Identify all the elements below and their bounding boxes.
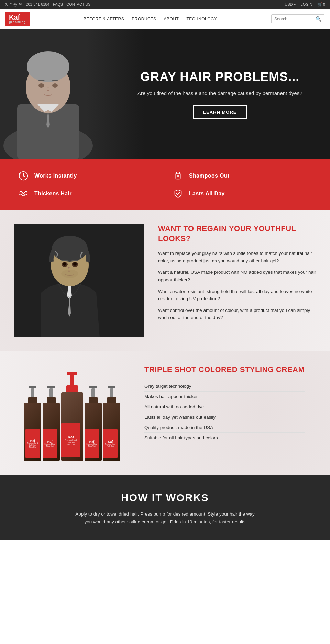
shampoo-icon (172, 170, 184, 182)
bottle-1: Kaf Premium BlendDark BlondTriple Shot (24, 386, 41, 461)
section-youthful-text: WANT TO REGAIN YOUR YOUTHFUL LOOKS? Want… (158, 224, 316, 326)
features-strip: Works Instantly Shampoos Out Thickens Ha… (0, 159, 330, 210)
nav-links: BEFORE & AFTERS PRODUCTS ABOUT TECHNOLOG… (84, 16, 217, 21)
svg-point-4 (27, 51, 69, 82)
bottle-4: Kaf Premium BlendTriple Shot (85, 386, 102, 461)
product-features-list: Gray target technology Makes hair appear… (144, 381, 305, 443)
feature-thickens-hair: Thickens Hair (17, 188, 158, 200)
feature-lasts-all-day: Lasts All Day (172, 188, 313, 200)
svg-point-25 (73, 262, 77, 266)
top-bar-right: USD ▾ LOGIN 🛒 0 (285, 2, 325, 7)
product-image: Kaf Premium BlendDark BlondTriple Shot K… (14, 365, 131, 461)
logo-sub: grooming (9, 21, 26, 24)
product-feature-5: Quality product, made in the USA (144, 422, 305, 433)
nav-before-afters[interactable]: BEFORE & AFTERS (84, 16, 124, 21)
hero-title: GRAY HAIR PROBLEMS... (138, 69, 302, 84)
hero-man-image (0, 29, 131, 159)
top-bar: 𝕏 f ◎ ✉ 201-341-8184 FAQS CONTACT US USD… (0, 0, 330, 9)
youthful-para-4: Want control over the amount of colour, … (158, 307, 316, 321)
nav-about[interactable]: ABOUT (164, 16, 179, 21)
bottle-1-label: Kaf Premium BlendDark BlondTriple Shot (25, 429, 40, 458)
bottle-5: Kaf Premium BlendTriple Shot (103, 386, 120, 461)
search-button[interactable]: 🔍 (316, 16, 321, 22)
svg-point-21 (52, 236, 88, 262)
search-input[interactable] (274, 16, 316, 21)
product-feature-6: Suitable for all hair types and colors (144, 433, 305, 443)
cart-link[interactable]: 🛒 0 (317, 2, 325, 7)
how-it-works-section: HOW IT WORKS Apply to dry or towel dried… (0, 475, 330, 540)
twitter-icon[interactable]: 𝕏 (5, 2, 8, 7)
bottle-2: Kaf Premium BlendTriple Shot (43, 386, 60, 461)
top-bar-left: 𝕏 f ◎ ✉ 201-341-8184 FAQS CONTACT US (5, 2, 91, 7)
shield-icon (172, 188, 184, 200)
wave-icon (17, 188, 30, 200)
logo-text: Kaf (9, 13, 20, 21)
hero-subtitle: Are you tired of the hassle and the dama… (138, 90, 302, 98)
youthful-para-2: Want a natural, USA made product with NO… (158, 269, 316, 283)
feature-shampoos-out: Shampoos Out (172, 170, 313, 182)
contact-link[interactable]: CONTACT US (66, 2, 91, 7)
product-feature-4: Lasts all day yet washes out easily (144, 412, 305, 422)
section-youthful: WANT TO REGAIN YOUR YOUTHFUL LOOKS? Want… (0, 210, 330, 351)
svg-point-5 (38, 83, 44, 88)
hero-section: GRAY HAIR PROBLEMS... Are you tired of t… (0, 29, 330, 159)
svg-point-24 (63, 262, 66, 266)
logo[interactable]: Kaf grooming (6, 12, 30, 26)
svg-line-10 (23, 176, 25, 177)
navigation: Kaf grooming BEFORE & AFTERS PRODUCTS AB… (0, 9, 330, 29)
youthful-para-1: Want to replace your gray hairs with sub… (158, 250, 316, 264)
bottle-1-pump (31, 388, 34, 397)
faqs-link[interactable]: FAQS (53, 2, 63, 7)
bottle-3-big: Kaf Premium BlendTriple ShotWith Color (61, 372, 83, 461)
svg-point-6 (52, 83, 58, 88)
currency-selector[interactable]: USD ▾ (285, 2, 296, 7)
facebook-icon[interactable]: f (10, 2, 11, 7)
phone-number: 201-341-8184 (26, 2, 50, 7)
how-it-works-text: Apply to dry or towel dried hair. Press … (72, 510, 258, 526)
section-product-text: TRIPLE SHOT COLORED STYLING CREAM Gray t… (144, 365, 305, 443)
feature-works-instantly: Works Instantly (17, 170, 158, 182)
svg-point-26 (61, 270, 78, 278)
feature-label-lasts-all-day: Lasts All Day (189, 191, 225, 197)
nav-technology[interactable]: TECHNOLOGY (186, 16, 217, 21)
bottle-1-neck (28, 397, 37, 403)
bottles-container: Kaf Premium BlendDark BlondTriple Shot K… (24, 375, 120, 461)
instagram-icon[interactable]: ◎ (13, 2, 17, 7)
how-it-works-title: HOW IT WORKS (28, 492, 302, 504)
social-icons: 𝕏 f ◎ ✉ (5, 2, 22, 7)
bottle-1-pump-head (29, 386, 36, 388)
login-link[interactable]: LOGIN (301, 2, 312, 7)
product-feature-1: Gray target technology (144, 381, 305, 392)
youthful-para-3: Want a water resistant, strong hold that… (158, 288, 316, 303)
email-icon[interactable]: ✉ (19, 2, 22, 7)
nav-products[interactable]: PRODUCTS (132, 16, 156, 21)
product-heading: TRIPLE SHOT COLORED STYLING CREAM (144, 365, 305, 375)
hero-content: GRAY HAIR PROBLEMS... Are you tired of t… (131, 56, 323, 133)
feature-label-shampoos-out: Shampoos Out (189, 173, 229, 179)
feature-label-works-instantly: Works Instantly (34, 173, 77, 179)
product-feature-3: All natural with no added dye (144, 402, 305, 412)
product-feature-2: Makes hair appear thicker (144, 392, 305, 402)
clock-icon (17, 170, 30, 182)
bottle-1-body: Kaf Premium BlendDark BlondTriple Shot (24, 403, 41, 461)
youthful-image (14, 224, 144, 337)
search-box[interactable]: 🔍 (271, 14, 324, 23)
youthful-heading: WANT TO REGAIN YOUR YOUTHFUL LOOKS? (158, 224, 316, 244)
cart-icon: 🛒 (317, 2, 322, 7)
section-product: Kaf Premium BlendDark BlondTriple Shot K… (0, 351, 330, 475)
feature-label-thickens-hair: Thickens Hair (34, 191, 72, 197)
hero-cta-button[interactable]: LEARN MORE (193, 105, 247, 119)
